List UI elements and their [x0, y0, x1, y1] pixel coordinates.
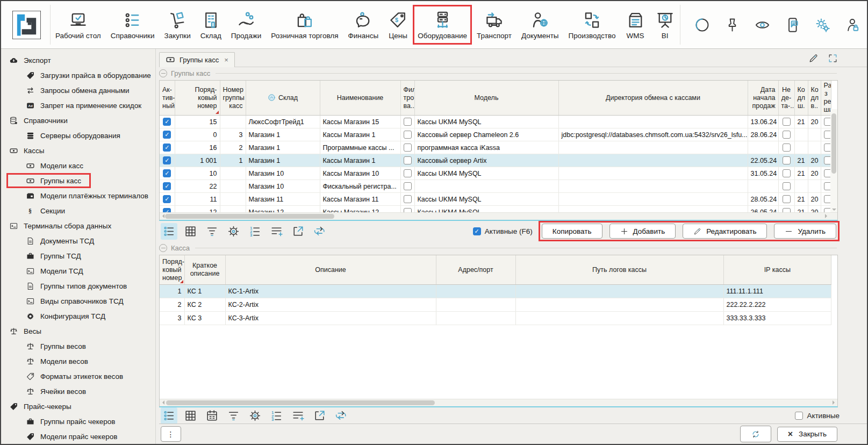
- column-header[interactable]: Не де-та-..: [778, 81, 794, 116]
- active-f6-checkbox[interactable]: ✓ Активные (F6): [473, 227, 533, 235]
- nav-item-Розничная торговля[interactable]: Розничная торговля: [266, 5, 343, 45]
- list-view-icon[interactable]: [161, 223, 177, 240]
- column-header[interactable]: Директория обмена с кассами: [558, 81, 748, 116]
- sidebar-item-Группы типов документов[interactable]: Группы типов документов: [1, 278, 155, 293]
- sidebar-item-Экспорт[interactable]: Экспорт: [1, 53, 155, 68]
- column-header[interactable]: Филь-тро-ва...: [400, 81, 414, 116]
- row-checkbox[interactable]: [404, 118, 412, 126]
- sidebar-item-Загрузки прайса в оборудование[interactable]: Загрузки прайса в оборудование: [1, 68, 155, 83]
- horizontal-scrollbar[interactable]: [160, 399, 837, 406]
- table-row[interactable]: ✓10Магазин 10Кассы Магазин 10Кассы UKM4 …: [160, 167, 831, 180]
- sidebar-item-Ячейки весов[interactable]: Ячейки весов: [1, 384, 155, 399]
- more-button[interactable]: ⋮: [161, 426, 181, 442]
- column-header[interactable]: Адрес/порт: [436, 255, 515, 285]
- table-row[interactable]: 2КС 2КС-2-Artix222.22.2.222: [160, 298, 831, 312]
- column-header[interactable]: Поряд-ковый номер: [160, 255, 184, 285]
- calendar-icon[interactable]: [204, 407, 220, 424]
- row-checkbox[interactable]: [404, 156, 412, 164]
- table-row[interactable]: ✓162Магазин 1Программные кассы ...програ…: [160, 141, 831, 154]
- sidebar-item-Группы ТСД[interactable]: Группы ТСД: [1, 248, 155, 263]
- gear-outline-icon[interactable]: [247, 407, 263, 424]
- sidebar-item-Модели ТСД[interactable]: Модели ТСД: [1, 263, 155, 278]
- column-header[interactable]: Краткое описание: [184, 255, 225, 285]
- numbered-list-icon[interactable]: 123: [247, 223, 263, 240]
- column-header[interactable]: Номер группы касс: [220, 81, 246, 116]
- row-checkbox[interactable]: [404, 195, 412, 203]
- sidebar-item-Группы прайс чекеров[interactable]: Группы прайс чекеров: [1, 414, 155, 429]
- row-checkbox[interactable]: ✓: [163, 143, 171, 152]
- column-header[interactable]: Дата начала продаж: [748, 81, 778, 116]
- button-Копировать[interactable]: Копировать: [542, 224, 602, 239]
- row-checkbox[interactable]: ✓: [163, 195, 171, 203]
- nav-item-Рабочий стол[interactable]: Рабочий стол: [51, 5, 106, 45]
- grid-view-icon[interactable]: [182, 223, 199, 240]
- column-header[interactable]: Путь логов кассы: [515, 255, 723, 285]
- sidebar-item-Форматы этикеток весов[interactable]: Форматы этикеток весов: [1, 369, 155, 384]
- repeat-icon[interactable]: [311, 223, 328, 240]
- nav-item-Цены[interactable]: $Цены: [383, 5, 413, 45]
- sidebar-item-Терминалы сбора данных[interactable]: Терминалы сбора данных: [1, 218, 155, 233]
- expand-icon[interactable]: [828, 53, 838, 63]
- filter-icon[interactable]: [204, 223, 220, 240]
- nav-item-Финансы[interactable]: Финансы: [343, 5, 384, 45]
- sidebar-item-Группы весов[interactable]: Группы весов: [1, 339, 155, 354]
- row-checkbox[interactable]: [783, 182, 791, 190]
- table-row[interactable]: ✓03Магазин 1Кассы Магазин 1Кассовый серв…: [160, 128, 831, 141]
- sidebar-item-Кассы[interactable]: Кассы: [1, 143, 155, 158]
- sidebar-item-Запросы обмена данными[interactable]: Запросы обмена данными: [1, 83, 155, 98]
- sidebar-item-Модели весов[interactable]: Модели весов: [1, 354, 155, 369]
- row-checkbox[interactable]: ✓: [163, 169, 171, 177]
- nav-item-Транспорт[interactable]: Транспорт: [472, 5, 517, 45]
- row-checkbox[interactable]: [783, 169, 791, 177]
- row-checkbox[interactable]: [404, 182, 412, 190]
- table-row[interactable]: ✓11Магазин 11Кассы Магазин 11Кассы UKM4 …: [160, 193, 831, 206]
- nav-item-Производство[interactable]: Производство: [564, 5, 621, 45]
- sidebar-item-Секции[interactable]: §Секции: [1, 203, 155, 218]
- sidebar-item-Виды справочников ТСД[interactable]: Виды справочников ТСД: [1, 293, 155, 308]
- scroll-right-arrow[interactable]: [833, 400, 837, 405]
- row-checkbox[interactable]: [783, 143, 791, 152]
- repeat-icon[interactable]: [333, 407, 349, 424]
- row-checkbox[interactable]: [404, 131, 412, 139]
- row-checkbox[interactable]: [783, 156, 791, 164]
- button-Удалить[interactable]: Удалить: [774, 224, 836, 239]
- nav-item-Справочники[interactable]: Справочники: [106, 5, 160, 45]
- open-external-icon[interactable]: [290, 223, 306, 240]
- refresh-button[interactable]: [740, 426, 771, 442]
- gear-outline-icon[interactable]: [225, 223, 242, 240]
- column-header[interactable]: Ак-тив-ный: [160, 81, 175, 116]
- open-external-icon[interactable]: [311, 407, 328, 424]
- table-row[interactable]: 1КС 1КС-1-Artix111.11.1.111: [160, 285, 831, 298]
- sidebar-item-Модели прайс чекеров[interactable]: Модели прайс чекеров: [1, 429, 155, 444]
- nav-item-Оборудование[interactable]: Оборудование: [413, 5, 472, 45]
- filter-icon[interactable]: [225, 407, 242, 424]
- column-header[interactable]: Описание: [225, 255, 436, 285]
- checkbox[interactable]: [795, 412, 803, 420]
- nav-item-Документы[interactable]: Документы: [517, 5, 564, 45]
- row-checkbox[interactable]: ✓: [163, 118, 171, 126]
- scrollbar-thumb[interactable]: [166, 400, 435, 405]
- column-header[interactable]: Поряд-ковый номер: [175, 81, 220, 116]
- checkbox[interactable]: ✓: [473, 227, 481, 235]
- horizontal-scrollbar[interactable]: [160, 212, 837, 220]
- collapse-icon[interactable]: [159, 244, 167, 252]
- column-header[interactable]: IP кассы: [723, 255, 831, 285]
- sidebar-item-Справочники[interactable]: Справочники: [1, 113, 155, 128]
- sidebar-item-Модели касс[interactable]: Модели касс: [1, 158, 155, 173]
- sidebar-item-Весы[interactable]: Весы: [1, 324, 155, 339]
- vertical-scrollbar[interactable]: [830, 109, 837, 213]
- row-checkbox[interactable]: ✓: [163, 131, 171, 139]
- nav-item-Закупки[interactable]: Закупки: [160, 5, 196, 45]
- scrollbar-thumb[interactable]: [831, 113, 836, 174]
- edit-icon[interactable]: [808, 53, 819, 63]
- sidebar-item-Группы касс[interactable]: Группы касс: [6, 173, 91, 188]
- column-header[interactable]: Наименование: [320, 81, 400, 116]
- row-checkbox[interactable]: [783, 118, 791, 126]
- sidebar-item-Конфигурация ТСД[interactable]: Конфигурация ТСД: [1, 308, 155, 324]
- list-view-icon[interactable]: [161, 407, 177, 424]
- nav-item-Склад[interactable]: Склад: [196, 5, 226, 45]
- grid-view-icon[interactable]: [182, 407, 199, 424]
- row-checkbox[interactable]: [404, 169, 412, 177]
- row-checkbox[interactable]: [783, 131, 791, 139]
- row-checkbox[interactable]: ✓: [163, 182, 171, 190]
